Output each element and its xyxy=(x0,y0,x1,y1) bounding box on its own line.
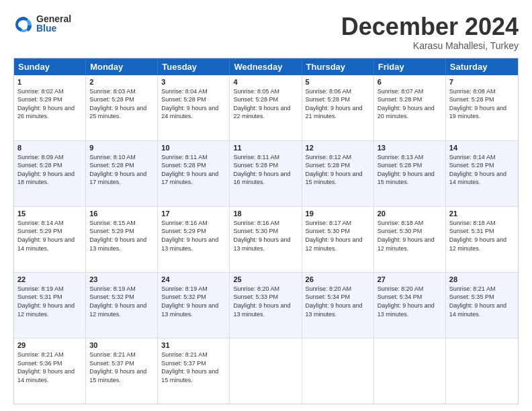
cal-cell-5: 5Sunrise: 8:06 AMSunset: 5:28 PMDaylight… xyxy=(302,75,374,140)
cal-cell-6: 6Sunrise: 8:07 AMSunset: 5:28 PMDaylight… xyxy=(374,75,446,140)
cal-cell-20: 20Sunrise: 8:18 AMSunset: 5:30 PMDayligh… xyxy=(374,207,446,272)
header-day-thursday: Thursday xyxy=(302,58,374,75)
logo-icon xyxy=(13,13,34,34)
cal-cell-empty xyxy=(302,338,374,404)
cal-cell-4: 4Sunrise: 8:05 AMSunset: 5:28 PMDaylight… xyxy=(230,75,302,140)
cal-cell-11: 11Sunrise: 8:11 AMSunset: 5:28 PMDayligh… xyxy=(230,141,302,206)
cal-cell-22: 22Sunrise: 8:19 AMSunset: 5:31 PMDayligh… xyxy=(14,273,86,338)
cal-cell-23: 23Sunrise: 8:19 AMSunset: 5:32 PMDayligh… xyxy=(86,273,158,338)
cal-cell-8: 8Sunrise: 8:09 AMSunset: 5:28 PMDaylight… xyxy=(14,141,86,206)
calendar-row-1: 8Sunrise: 8:09 AMSunset: 5:28 PMDaylight… xyxy=(14,140,518,206)
cal-cell-14: 14Sunrise: 8:14 AMSunset: 5:28 PMDayligh… xyxy=(446,141,518,206)
header-day-saturday: Saturday xyxy=(446,58,518,75)
header-day-tuesday: Tuesday xyxy=(158,58,230,75)
subtitle: Karasu Mahallesi, Turkey xyxy=(341,40,519,51)
cal-cell-1: 1Sunrise: 8:02 AMSunset: 5:29 PMDaylight… xyxy=(14,75,86,140)
cal-cell-30: 30Sunrise: 8:21 AMSunset: 5:37 PMDayligh… xyxy=(86,338,158,404)
main-title: December 2024 xyxy=(341,13,519,40)
logo-text: General Blue xyxy=(36,14,71,33)
cal-cell-9: 9Sunrise: 8:10 AMSunset: 5:28 PMDaylight… xyxy=(86,141,158,206)
header-day-monday: Monday xyxy=(86,58,158,75)
cal-cell-19: 19Sunrise: 8:17 AMSunset: 5:30 PMDayligh… xyxy=(302,207,374,272)
cal-cell-empty xyxy=(230,338,302,404)
calendar-row-2: 15Sunrise: 8:14 AMSunset: 5:29 PMDayligh… xyxy=(14,206,518,272)
cal-cell-empty xyxy=(446,338,518,404)
cal-cell-21: 21Sunrise: 8:18 AMSunset: 5:31 PMDayligh… xyxy=(446,207,518,272)
header-day-wednesday: Wednesday xyxy=(230,58,302,75)
header-day-sunday: Sunday xyxy=(14,58,86,75)
cal-cell-26: 26Sunrise: 8:20 AMSunset: 5:34 PMDayligh… xyxy=(302,273,374,338)
cal-cell-24: 24Sunrise: 8:19 AMSunset: 5:32 PMDayligh… xyxy=(158,273,230,338)
title-block: December 2024 Karasu Mahallesi, Turkey xyxy=(341,13,519,51)
cal-cell-15: 15Sunrise: 8:14 AMSunset: 5:29 PMDayligh… xyxy=(14,207,86,272)
logo-blue: Blue xyxy=(36,24,71,33)
cal-cell-3: 3Sunrise: 8:04 AMSunset: 5:28 PMDaylight… xyxy=(158,75,230,140)
cal-cell-31: 31Sunrise: 8:21 AMSunset: 5:37 PMDayligh… xyxy=(158,338,230,404)
cal-cell-13: 13Sunrise: 8:13 AMSunset: 5:28 PMDayligh… xyxy=(374,141,446,206)
cal-cell-16: 16Sunrise: 8:15 AMSunset: 5:29 PMDayligh… xyxy=(86,207,158,272)
cal-cell-7: 7Sunrise: 8:08 AMSunset: 5:28 PMDaylight… xyxy=(446,75,518,140)
page: General Blue December 2024 Karasu Mahall… xyxy=(0,0,532,411)
cal-cell-29: 29Sunrise: 8:21 AMSunset: 5:36 PMDayligh… xyxy=(14,338,86,404)
calendar-row-3: 22Sunrise: 8:19 AMSunset: 5:31 PMDayligh… xyxy=(14,272,518,338)
calendar-header: SundayMondayTuesdayWednesdayThursdayFrid… xyxy=(14,58,518,75)
cal-cell-12: 12Sunrise: 8:12 AMSunset: 5:28 PMDayligh… xyxy=(302,141,374,206)
logo-general: General xyxy=(36,14,71,24)
cal-cell-10: 10Sunrise: 8:11 AMSunset: 5:28 PMDayligh… xyxy=(158,141,230,206)
cal-cell-25: 25Sunrise: 8:20 AMSunset: 5:33 PMDayligh… xyxy=(230,273,302,338)
header-day-friday: Friday xyxy=(374,58,446,75)
logo: General Blue xyxy=(13,13,71,34)
cal-cell-28: 28Sunrise: 8:21 AMSunset: 5:35 PMDayligh… xyxy=(446,273,518,338)
cal-cell-2: 2Sunrise: 8:03 AMSunset: 5:28 PMDaylight… xyxy=(86,75,158,140)
cal-cell-17: 17Sunrise: 8:16 AMSunset: 5:29 PMDayligh… xyxy=(158,207,230,272)
cal-cell-empty xyxy=(374,338,446,404)
calendar-row-0: 1Sunrise: 8:02 AMSunset: 5:29 PMDaylight… xyxy=(14,75,518,140)
calendar-row-4: 29Sunrise: 8:21 AMSunset: 5:36 PMDayligh… xyxy=(14,338,518,404)
calendar-body: 1Sunrise: 8:02 AMSunset: 5:29 PMDaylight… xyxy=(14,75,518,404)
calendar: SundayMondayTuesdayWednesdayThursdayFrid… xyxy=(13,58,519,404)
header: General Blue December 2024 Karasu Mahall… xyxy=(13,13,519,51)
cal-cell-18: 18Sunrise: 8:16 AMSunset: 5:30 PMDayligh… xyxy=(230,207,302,272)
cal-cell-27: 27Sunrise: 8:20 AMSunset: 5:34 PMDayligh… xyxy=(374,273,446,338)
